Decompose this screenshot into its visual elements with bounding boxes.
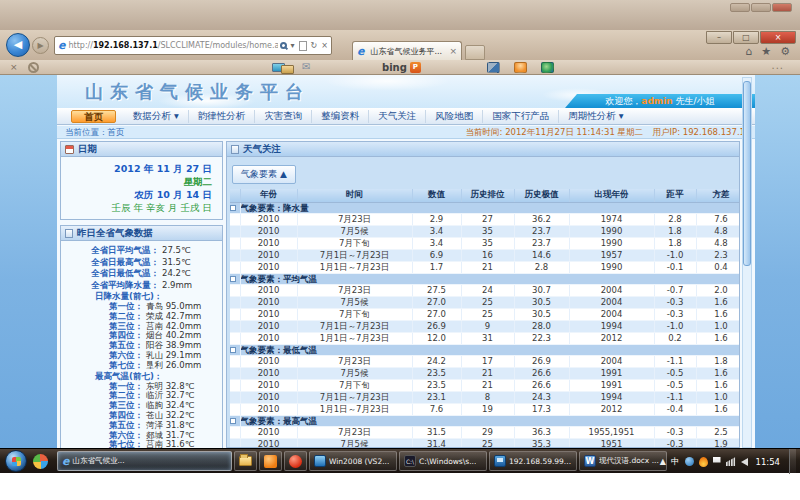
taskbar-task-orange[interactable] bbox=[259, 451, 282, 471]
bg-minimize-icon[interactable] bbox=[730, 3, 750, 12]
table-cell: 1月1日～7月23日 bbox=[297, 261, 412, 273]
address-bar[interactable]: e http://192.168.137.1/SLCCLIMATE/module… bbox=[54, 36, 332, 55]
rank-item: 第七位：垦利 26.0mm bbox=[67, 361, 216, 371]
bg-close-icon[interactable] bbox=[772, 3, 792, 12]
minimize-button[interactable]: – bbox=[706, 31, 732, 44]
row-checkbox-cell bbox=[230, 426, 240, 438]
blocked-icon[interactable] bbox=[28, 62, 39, 73]
checkbox-icon[interactable] bbox=[230, 276, 236, 282]
table-cell: 2010 bbox=[240, 438, 297, 448]
table-cell: 21 bbox=[461, 367, 514, 379]
checkbox-icon[interactable] bbox=[230, 347, 236, 353]
taskbar-task-word[interactable]: W现代汉语.docx ... bbox=[579, 451, 667, 471]
nav-item-灾害查询[interactable]: 灾害查询 bbox=[255, 110, 312, 123]
row-checkbox-cell bbox=[230, 438, 240, 448]
taskbar-clock[interactable]: 11:54 bbox=[756, 457, 781, 467]
url-text[interactable]: http://192.168.137.1/SLCCLIMATE/modules/… bbox=[68, 41, 277, 50]
taskbar-task-red[interactable] bbox=[284, 451, 307, 471]
nav-item-周期性分析[interactable]: 周期性分析 ▾ bbox=[559, 110, 632, 123]
taskbar-task-vm[interactable]: Win2008 (VS2... bbox=[309, 451, 397, 471]
table-cell: 22.3 bbox=[514, 332, 569, 344]
table-cell: 7月1日～7月23日 bbox=[297, 391, 412, 403]
table-cell: 17 bbox=[461, 355, 514, 367]
scrollbar-thumb[interactable] bbox=[743, 81, 751, 266]
background-window-controls[interactable] bbox=[730, 3, 792, 12]
command-bar: × ✉ bing P ... bbox=[0, 60, 800, 75]
checkbox-icon[interactable] bbox=[230, 205, 236, 211]
nav-item-首页[interactable]: 首页 bbox=[71, 110, 116, 123]
snapshot2-icon[interactable] bbox=[281, 65, 294, 74]
taskbar-task-rdp[interactable]: 192.168.59.99... bbox=[489, 451, 577, 471]
nav-item-天气关注[interactable]: 天气关注 bbox=[369, 110, 426, 123]
show-hidden-icons[interactable]: ▲ bbox=[660, 457, 666, 466]
table-cell: 1.9 bbox=[696, 438, 740, 448]
calendar-date: 2012 年 11 月 27 日 bbox=[65, 162, 212, 175]
toolbar-close-icon[interactable]: × bbox=[10, 62, 18, 72]
new-tab-button[interactable] bbox=[465, 45, 485, 60]
nav-item-国家下行产品[interactable]: 国家下行产品 bbox=[483, 110, 559, 123]
row-checkbox-cell bbox=[230, 249, 240, 261]
more-tools-icon[interactable]: ... bbox=[771, 60, 784, 71]
download-tray-icon[interactable] bbox=[699, 457, 708, 467]
table-cell: 24.2 bbox=[412, 355, 461, 367]
bing-logo[interactable]: bing P bbox=[382, 62, 421, 73]
compatibility-icon[interactable] bbox=[299, 41, 307, 51]
table-cell: 0.4 bbox=[696, 261, 740, 273]
camera-icon[interactable] bbox=[487, 62, 500, 73]
taskbar-task-folder[interactable] bbox=[234, 451, 257, 471]
nav-item-整编资料[interactable]: 整编资料 bbox=[312, 110, 369, 123]
ime-indicator[interactable]: 中 bbox=[671, 456, 680, 468]
checkbox-icon[interactable] bbox=[230, 418, 236, 424]
maximize-button[interactable]: □ bbox=[733, 31, 759, 44]
background-window-titlebar bbox=[0, 0, 800, 30]
table-cell: 1.6 bbox=[696, 296, 740, 308]
table-cell: 2.8 bbox=[514, 261, 569, 273]
mail-icon[interactable]: ✉ bbox=[302, 61, 310, 72]
favorites-star-icon[interactable]: ★ bbox=[761, 45, 771, 58]
forward-button[interactable]: ▶ bbox=[32, 37, 49, 54]
network-icon[interactable] bbox=[726, 457, 736, 466]
start-button[interactable] bbox=[5, 450, 27, 472]
table-row: 20107月5候31.42535.31951-0.31.9 bbox=[230, 438, 740, 448]
browser-tab[interactable]: e 山东省气候业务平... × bbox=[352, 41, 462, 60]
row-checkbox-cell bbox=[230, 308, 240, 320]
bg-maximize-icon[interactable] bbox=[751, 3, 771, 12]
table-cell: 1.6 bbox=[696, 367, 740, 379]
taskbar-task-cmd[interactable]: C:\C:\Windows\s... bbox=[399, 451, 487, 471]
table-cell: -0.5 bbox=[654, 367, 696, 379]
table-cell: 25 bbox=[461, 438, 514, 448]
window-controls: – □ × bbox=[706, 31, 796, 44]
home-icon[interactable]: ⌂ bbox=[745, 45, 752, 58]
search-dropdown-icon[interactable]: ▾ bbox=[291, 41, 295, 50]
share-icon[interactable] bbox=[541, 62, 554, 73]
close-button[interactable]: × bbox=[760, 31, 796, 44]
volume-icon[interactable] bbox=[741, 458, 748, 466]
taskbar-task-ie[interactable]: e山东省气候业... bbox=[57, 451, 232, 471]
table-cell: 2.8 bbox=[654, 213, 696, 225]
update-tray-icon[interactable] bbox=[685, 457, 694, 466]
nav-item-风险地图[interactable]: 风险地图 bbox=[426, 110, 483, 123]
table-cell: 7月下旬 bbox=[297, 379, 412, 391]
tab-close-icon[interactable]: × bbox=[449, 46, 457, 56]
action-center-icon[interactable] bbox=[713, 457, 721, 466]
table-cell: 2010 bbox=[240, 355, 297, 367]
table-cell: -1.1 bbox=[654, 355, 696, 367]
tab-favicon: e bbox=[357, 45, 364, 58]
table-row: 20101月1日～7月23日7.61917.32012-0.41.6 bbox=[230, 403, 740, 415]
nav-item-数据分析[interactable]: 数据分析 ▾ bbox=[124, 110, 189, 123]
table-cell: 23.1 bbox=[412, 391, 461, 403]
word-icon: W bbox=[584, 455, 596, 467]
person-icon[interactable] bbox=[514, 62, 527, 73]
element-filter-button[interactable]: 气象要素 ▲ bbox=[232, 165, 296, 184]
show-desktop-button[interactable] bbox=[789, 449, 796, 474]
back-button[interactable]: ◀ bbox=[6, 33, 30, 57]
column-header: 距平 bbox=[654, 189, 696, 202]
stop-icon[interactable]: × bbox=[321, 41, 328, 50]
settings-gear-icon[interactable]: ⚙ bbox=[780, 45, 790, 58]
search-icon[interactable] bbox=[280, 42, 287, 49]
pinned-app-icon[interactable] bbox=[33, 454, 48, 469]
refresh-icon[interactable]: ↻ bbox=[311, 41, 318, 50]
table-row: 20107月23日31.52936.31955,1951-0.32.5 bbox=[230, 426, 740, 438]
nav-item-韵律性分析[interactable]: 韵律性分析 bbox=[189, 110, 256, 123]
content-scrollbar[interactable] bbox=[742, 77, 752, 448]
